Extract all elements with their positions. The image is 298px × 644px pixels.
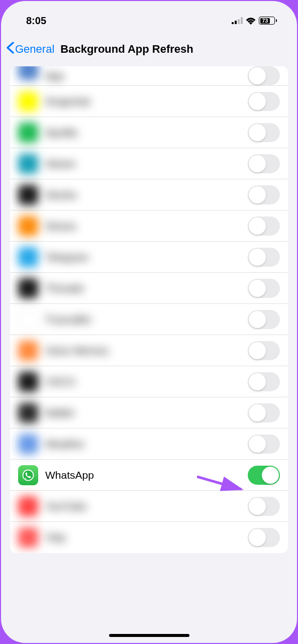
refresh-toggle[interactable] (248, 92, 280, 111)
app-icon (18, 465, 38, 485)
toggle-knob (249, 280, 266, 297)
app-row: Strava (10, 210, 288, 242)
refresh-toggle[interactable] (248, 217, 280, 236)
toggle-knob (249, 93, 266, 110)
chevron-left-icon (6, 41, 14, 57)
toggle-knob (262, 467, 279, 484)
app-icon (18, 66, 38, 80)
refresh-toggle[interactable] (248, 185, 280, 204)
app-icon (18, 278, 38, 298)
app-icon (18, 372, 38, 392)
toggle-knob (249, 342, 266, 359)
toggle-knob (249, 436, 266, 453)
app-row: Wallet (10, 397, 288, 428)
app-label: WhatsApp (45, 469, 241, 481)
back-label: General (15, 43, 54, 56)
app-label: Strava (45, 220, 241, 232)
app-icon (18, 496, 38, 516)
battery-indicator: 73 (259, 17, 277, 25)
app-row: Weather (10, 428, 288, 460)
refresh-toggle[interactable] (248, 310, 280, 329)
refresh-toggle[interactable] (248, 248, 280, 267)
app-icon (18, 154, 38, 174)
app-label: VSCO (45, 376, 241, 388)
wifi-icon (246, 17, 256, 25)
toggle-knob (249, 218, 266, 235)
app-label: Truecaller (45, 313, 241, 326)
refresh-toggle[interactable] (248, 279, 280, 298)
refresh-toggle[interactable] (248, 372, 280, 391)
app-label: Weather (45, 438, 241, 450)
app-icon (18, 185, 38, 205)
refresh-toggle[interactable] (248, 497, 280, 516)
app-row: YouTube (10, 491, 288, 522)
app-label: Telegram (45, 251, 241, 263)
refresh-toggle[interactable] (248, 403, 280, 422)
toggle-knob (249, 67, 266, 84)
app-icon (18, 527, 38, 548)
app-label: Spotify (45, 127, 241, 139)
app-icon (18, 434, 38, 454)
page-title: Background App Refresh (60, 43, 193, 56)
navigation-header: General Background App Refresh (1, 31, 297, 66)
app-row: Voice Memos (10, 335, 288, 366)
status-bar: 8:05 73 (1, 1, 297, 31)
app-row: App (10, 66, 288, 86)
app-label: App (45, 70, 241, 82)
home-indicator[interactable] (109, 634, 189, 637)
toggle-knob (249, 124, 266, 141)
app-list[interactable]: AppSnapchatSpotifySteamStocksStravaTeleg… (10, 66, 288, 553)
app-icon (18, 341, 38, 361)
app-row: Yelp (10, 522, 288, 553)
status-indicators: 73 (232, 17, 277, 25)
app-label: Yelp (45, 531, 241, 544)
toggle-knob (249, 404, 266, 421)
battery-level: 73 (260, 18, 270, 24)
refresh-toggle[interactable] (248, 341, 280, 360)
app-row: VSCO (10, 366, 288, 397)
toggle-knob (249, 311, 266, 328)
app-row: Spotify (10, 117, 288, 148)
toggle-knob (249, 186, 266, 203)
svg-rect-0 (232, 22, 234, 24)
refresh-toggle[interactable] (248, 528, 280, 547)
svg-rect-2 (238, 19, 240, 24)
app-label: Snapchat (45, 95, 241, 108)
app-label: Stocks (45, 189, 241, 201)
app-icon (18, 216, 38, 236)
app-icon (18, 123, 38, 143)
app-icon (18, 247, 38, 267)
app-label: Wallet (45, 407, 241, 419)
app-row: Truecaller (10, 304, 288, 335)
refresh-toggle[interactable] (248, 66, 280, 85)
svg-rect-3 (241, 17, 243, 24)
app-row: Telegram (10, 242, 288, 273)
refresh-toggle[interactable] (248, 466, 280, 485)
app-icon (18, 403, 38, 423)
app-row: Threads (10, 273, 288, 304)
back-button[interactable]: General (6, 41, 54, 57)
svg-rect-1 (235, 21, 237, 24)
refresh-toggle[interactable] (248, 154, 280, 173)
cellular-signal-icon (232, 17, 243, 24)
toggle-knob (249, 498, 266, 515)
app-label: Threads (45, 282, 241, 294)
status-time: 8:05 (26, 15, 46, 27)
app-row: Stocks (10, 179, 288, 210)
app-icon (18, 309, 38, 330)
toggle-knob (249, 155, 266, 172)
toggle-knob (249, 249, 266, 266)
app-label: Steam (45, 158, 241, 170)
refresh-toggle[interactable] (248, 435, 280, 454)
app-icon (18, 91, 38, 112)
refresh-toggle[interactable] (248, 123, 280, 142)
app-label: YouTube (45, 500, 241, 512)
app-row: Steam (10, 148, 288, 179)
toggle-knob (249, 373, 266, 390)
app-row: Snapchat (10, 86, 288, 117)
phone-screen: 8:05 73 General Background App Refresh (1, 1, 297, 643)
app-label: Voice Memos (45, 345, 241, 357)
toggle-knob (249, 529, 266, 546)
app-row: WhatsApp (10, 460, 288, 491)
